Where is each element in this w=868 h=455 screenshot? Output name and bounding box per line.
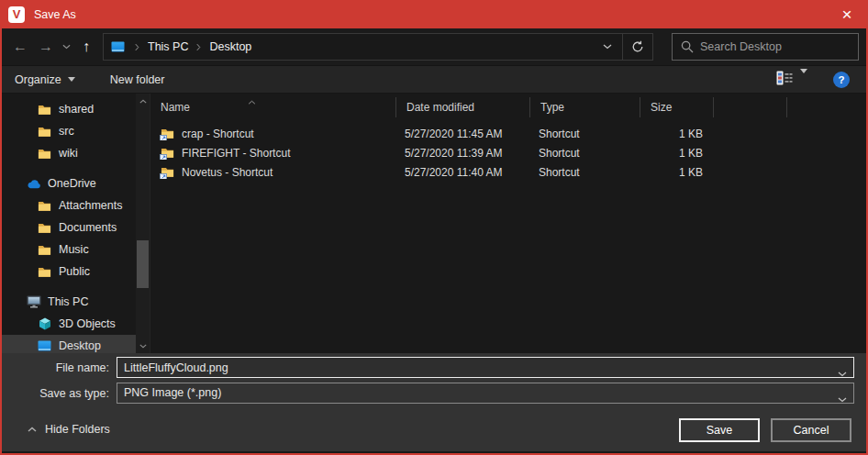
breadcrumb-this-pc[interactable]: This PC [144, 40, 192, 53]
up-button[interactable]: ↑ [73, 34, 99, 60]
desktop-icon [104, 41, 130, 52]
sidebar-item-label: src [59, 125, 74, 138]
hide-folders-button[interactable]: Hide Folders [28, 423, 110, 436]
sidebar-item-label: Public [59, 265, 90, 278]
desktop-icon [37, 340, 52, 351]
sidebar-item-onedrive[interactable]: OneDrive [2, 172, 136, 194]
folder-icon [37, 104, 52, 116]
sidebar-item-label: shared [59, 103, 94, 116]
refresh-icon[interactable] [623, 34, 652, 60]
column-header-size[interactable]: Size [640, 97, 714, 117]
column-header-name[interactable]: Name [150, 97, 396, 117]
content-area: shared src wiki OneDrive [2, 94, 866, 353]
address-dropdown-icon[interactable] [593, 34, 622, 60]
table-row[interactable]: Novetus - Shortcut 5/27/2020 11:40 AM Sh… [150, 162, 866, 182]
sidebar-item-label: Documents [59, 221, 117, 234]
sidebar-item-3d-objects[interactable]: 3D Objects [2, 313, 136, 335]
scroll-up-icon[interactable] [136, 94, 150, 108]
search-box[interactable] [672, 33, 859, 61]
file-name: FIREFIGHT - Shortcut [182, 147, 290, 160]
sidebar-item-label: wiki [59, 147, 78, 160]
scrollbar-thumb[interactable] [137, 240, 149, 288]
sidebar-item-documents[interactable]: Documents [2, 216, 136, 239]
sidebar-item-label: 3D Objects [59, 317, 116, 330]
search-icon [681, 40, 694, 53]
organize-button[interactable]: Organize [15, 73, 75, 86]
list-header: Name Date modified Type Size [150, 94, 866, 121]
chevron-down-icon[interactable] [838, 364, 847, 381]
breadcrumb-desktop[interactable]: Desktop [206, 40, 255, 53]
vivaldi-app-icon: V [8, 6, 25, 23]
column-header-type[interactable]: Type [530, 97, 640, 117]
breadcrumb-chevron-icon [192, 43, 206, 51]
recent-locations-icon[interactable] [59, 34, 73, 60]
sidebar-item-wiki[interactable]: wiki [2, 142, 136, 164]
folder-icon [37, 244, 52, 256]
scroll-down-icon[interactable] [136, 338, 150, 353]
address-bar[interactable]: This PC Desktop [103, 33, 653, 61]
shortcut-folder-icon [161, 128, 175, 140]
breadcrumb-chevron-icon [130, 43, 144, 51]
navigation-pane: shared src wiki OneDrive [2, 94, 136, 353]
close-icon[interactable]: × [826, 0, 868, 28]
shortcut-arrow-icon [160, 135, 167, 140]
organize-label: Organize [15, 73, 61, 86]
sidebar-item-label: This PC [48, 295, 88, 308]
sidebar-item-label: Music [59, 243, 89, 256]
chevron-up-icon [28, 427, 37, 432]
save-as-type-select[interactable]: PNG Image (*.png) [117, 383, 854, 404]
shortcut-arrow-icon [160, 173, 167, 179]
shortcut-arrow-icon [160, 154, 167, 160]
fields-panel: File name: Save as type: PNG Image (*.pn… [2, 353, 866, 408]
details-view-icon[interactable] [776, 71, 793, 88]
folder-icon [37, 200, 52, 212]
resize-grip[interactable] [862, 447, 863, 449]
table-row[interactable]: FIREFIGHT - Shortcut 5/27/2020 11:39 AM … [150, 143, 866, 162]
sidebar-item-desktop[interactable]: Desktop [2, 335, 136, 353]
column-header-blank [714, 97, 787, 117]
file-date: 5/27/2020 11:40 AM [396, 166, 530, 179]
file-size: 1 KB [640, 166, 714, 179]
file-name-input[interactable] [117, 357, 854, 378]
folder-icon [37, 266, 52, 278]
view-dropdown-icon[interactable] [800, 73, 807, 86]
file-type: Shortcut [530, 128, 640, 140]
search-input[interactable] [700, 40, 858, 53]
folder-icon [37, 126, 52, 138]
new-folder-button[interactable]: New folder [110, 73, 165, 86]
sidebar-item-attachments[interactable]: Attachments [2, 194, 136, 216]
chevron-down-icon [68, 77, 75, 82]
sidebar-item-this-pc[interactable]: This PC [2, 291, 136, 313]
file-name: Novetus - Shortcut [182, 166, 273, 179]
3d-objects-icon [37, 317, 52, 330]
sidebar-item-src[interactable]: src [2, 120, 136, 142]
save-button[interactable]: Save [679, 418, 760, 442]
sidebar-item-label: Desktop [59, 339, 101, 352]
shortcut-folder-icon [161, 147, 175, 160]
onedrive-icon [26, 179, 41, 189]
folder-icon [37, 222, 52, 234]
hide-folders-label: Hide Folders [45, 423, 110, 436]
folder-icon [37, 148, 52, 160]
new-folder-label: New folder [110, 73, 165, 86]
file-type: Shortcut [530, 147, 640, 160]
help-icon[interactable]: ? [833, 72, 850, 88]
sort-ascending-icon [248, 94, 256, 107]
save-as-type-label: Save as type: [2, 387, 117, 400]
sidebar-item-music[interactable]: Music [2, 239, 136, 261]
file-size: 1 KB [640, 128, 714, 140]
forward-button[interactable]: → [33, 34, 59, 60]
footer-bar: Hide Folders Save Cancel [2, 408, 866, 451]
file-type: Shortcut [530, 166, 640, 179]
file-date: 5/27/2020 11:45 AM [396, 128, 530, 140]
sidebar-item-public[interactable]: Public [2, 261, 136, 283]
file-name: crap - Shortcut [182, 128, 254, 140]
sidebar-scrollbar[interactable] [136, 94, 150, 353]
back-button[interactable]: ← [7, 34, 33, 60]
sidebar-item-shared[interactable]: shared [2, 98, 136, 120]
chevron-down-icon[interactable] [838, 390, 847, 406]
file-name-label: File name: [2, 361, 117, 374]
cancel-button[interactable]: Cancel [771, 418, 851, 442]
table-row[interactable]: crap - Shortcut 5/27/2020 11:45 AM Short… [150, 124, 866, 143]
column-header-date-modified[interactable]: Date modified [396, 97, 530, 117]
